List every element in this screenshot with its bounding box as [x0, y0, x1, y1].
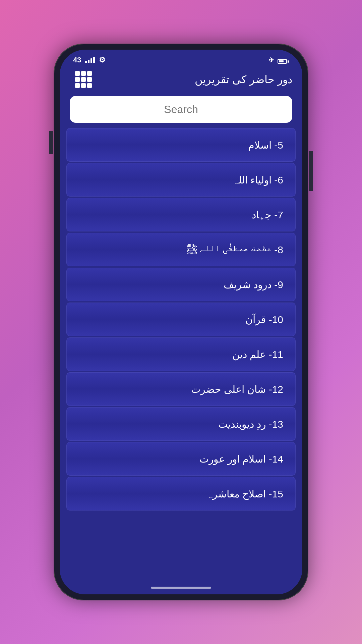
list-item[interactable]: 7- جہاد — [66, 198, 296, 231]
list-item-text: 11- علم دین — [232, 348, 283, 361]
list-item[interactable]: 13- ردِ دیوبندیت — [66, 407, 296, 441]
home-indicator — [60, 581, 302, 594]
status-bar: 43 ⚙ ✈ — [60, 50, 302, 68]
page-title: دور حاضر کی تقریریں — [92, 73, 292, 86]
list-item-text: 13- ردِ دیوبندیت — [218, 418, 283, 431]
signal-icon — [85, 57, 95, 63]
grid-dot — [81, 77, 86, 82]
list-item[interactable]: 11- علم دین — [66, 337, 296, 371]
battery-icon — [278, 56, 289, 64]
search-placeholder: Search — [164, 103, 198, 116]
status-right: ✈ — [268, 56, 289, 64]
list-item[interactable]: 12- شان اعلی حضرت — [66, 372, 296, 406]
grid-dot — [75, 71, 80, 76]
list-item[interactable]: 14- اسلام اور عورت — [66, 442, 296, 476]
grid-view-button[interactable] — [75, 71, 92, 88]
grid-dot — [75, 83, 80, 88]
grid-dot — [75, 77, 80, 82]
topics-list: 5- اسلام6- اولیاء اللہ7- جہاد8- عظمت مصط… — [60, 128, 302, 581]
phone-frame: 43 ⚙ ✈ — [54, 44, 308, 600]
grid-dot — [87, 77, 92, 82]
grid-dot — [87, 71, 92, 76]
list-item[interactable]: 5- اسلام — [66, 128, 296, 162]
list-item-text: 14- اسلام اور عورت — [199, 452, 283, 466]
list-item-text: 9- درود شریف — [224, 278, 283, 291]
list-item-text: 8- عظمت مصطفٰی اللہ ﷺ — [187, 243, 283, 256]
list-item[interactable]: 15- اصلاح معاشرہ — [66, 477, 296, 511]
status-left: 43 ⚙ — [73, 56, 106, 64]
settings-icon: ⚙ — [99, 56, 106, 64]
search-container: Search — [60, 93, 302, 128]
status-time: 43 — [73, 56, 81, 64]
phone-screen: 43 ⚙ ✈ — [60, 50, 302, 594]
list-item-text: 12- شان اعلی حضرت — [191, 383, 283, 396]
grid-dot — [81, 71, 86, 76]
list-item[interactable]: 10- قرآن — [66, 303, 296, 336]
airplane-icon: ✈ — [268, 56, 274, 64]
list-item[interactable]: 9- درود شریف — [66, 268, 296, 301]
grid-dot — [81, 83, 86, 88]
home-bar — [151, 587, 211, 589]
list-item-text: 5- اسلام — [248, 139, 283, 152]
list-item-text: 7- جہاد — [252, 208, 283, 221]
search-input[interactable]: Search — [70, 96, 292, 123]
list-item-text: 15- اصلاح معاشرہ — [206, 487, 283, 500]
list-item-text: 10- قرآن — [245, 313, 283, 326]
list-item[interactable]: 6- اولیاء اللہ — [66, 163, 296, 197]
list-item[interactable]: 8- عظمت مصطفٰی اللہ ﷺ — [66, 233, 296, 266]
list-item-text: 6- اولیاء اللہ — [233, 173, 283, 186]
app-header: دور حاضر کی تقریریں — [60, 68, 302, 93]
grid-dot — [87, 83, 92, 88]
